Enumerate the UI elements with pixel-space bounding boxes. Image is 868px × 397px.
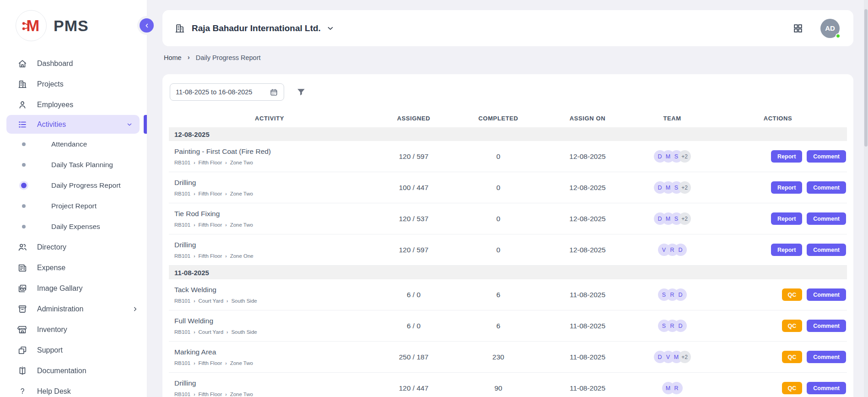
comment-button[interactable]: Comment: [807, 320, 846, 332]
qc-button[interactable]: QC: [782, 382, 803, 394]
report-button[interactable]: Report: [771, 244, 802, 256]
comment-button[interactable]: Comment: [807, 212, 846, 225]
breadcrumb-home[interactable]: Home: [164, 54, 182, 61]
path-segment: Fifth Floor: [199, 222, 222, 228]
people-icon: [17, 242, 27, 252]
sidebar-item-activities[interactable]: Activities: [6, 115, 140, 134]
page-scrollbar[interactable]: [864, 0, 868, 397]
comment-button[interactable]: Comment: [807, 150, 846, 163]
chevron-down-icon: [126, 121, 133, 128]
report-button[interactable]: Report: [771, 212, 802, 225]
qc-button[interactable]: QC: [782, 288, 803, 301]
sidebar-item-support[interactable]: Support: [0, 340, 147, 360]
sidebar-item-expense[interactable]: Expense: [0, 257, 147, 278]
home-icon: [17, 59, 27, 69]
path-segment: Court Yard: [199, 329, 224, 335]
activity-location-path: RB101›Fifth Floor›Zone Two: [174, 191, 370, 196]
sidebar-item-administration[interactable]: Administration: [0, 299, 147, 319]
sidebar-subitem-attendance[interactable]: Attendance: [0, 134, 147, 154]
date-group-row: 11-08-2025: [169, 266, 847, 279]
building-icon: [174, 23, 185, 34]
column-header-assign-on: ASSIGN ON: [539, 115, 636, 122]
activity-title: Tie Rod Fixing: [174, 210, 370, 218]
team-cell: SRD: [636, 288, 709, 301]
building-icon: [17, 79, 27, 89]
sidebar-subitem-daily-expenses[interactable]: Daily Expenses: [0, 216, 147, 237]
scrollbar-thumb[interactable]: [864, 9, 868, 147]
comment-button[interactable]: Comment: [807, 288, 846, 301]
path-segment: RB101: [174, 253, 190, 259]
sidebar-subitem-label: Daily Task Planning: [51, 161, 113, 169]
path-separator-icon: ›: [194, 392, 195, 397]
path-segment: RB101: [174, 392, 190, 397]
sidebar-item-label: Documentation: [37, 367, 139, 375]
sidebar-item-employees[interactable]: Employees: [0, 94, 147, 115]
team-cell: SRD: [636, 320, 709, 332]
apps-grid-icon[interactable]: [793, 23, 803, 33]
table-row: Tack WeldingRB101›Court Yard›South Side6…: [169, 279, 847, 310]
table-row: Tie Rod FixingRB101›Fifth Floor›Zone Two…: [169, 203, 847, 234]
sidebar-subitem-daily-task-planning[interactable]: Daily Task Planning: [0, 154, 147, 175]
sidebar-subitem-daily-progress-report[interactable]: Daily Progress Report: [0, 175, 147, 196]
comment-button[interactable]: Comment: [807, 382, 846, 394]
team-extra-count[interactable]: +2: [679, 150, 691, 163]
path-segment: Zone Two: [230, 160, 253, 165]
chevron-right-icon: [131, 305, 139, 313]
sidebar-item-documentation[interactable]: Documentation: [0, 360, 147, 381]
path-segment: RB101: [174, 160, 190, 165]
sidebar-subitem-project-report[interactable]: Project Report: [0, 196, 147, 216]
filter-funnel-icon[interactable]: [296, 87, 306, 97]
company-selector[interactable]: Raja Bahadur International Ltd.: [174, 23, 334, 34]
sidebar-item-image-gallary[interactable]: Image Gallary: [0, 278, 147, 299]
report-button[interactable]: Report: [771, 150, 802, 163]
bullet-dot-icon: [22, 142, 26, 146]
sidebar-item-dashboard[interactable]: Dashboard: [0, 53, 147, 74]
path-separator-icon: ›: [225, 223, 226, 228]
path-segment: RB101: [174, 329, 190, 335]
team-member-avatar[interactable]: R: [670, 382, 683, 394]
team-extra-count[interactable]: +2: [679, 351, 691, 363]
bullet-dot-icon: [22, 163, 26, 167]
report-button[interactable]: Report: [771, 181, 802, 194]
team-member-avatar[interactable]: D: [674, 320, 687, 332]
comment-button[interactable]: Comment: [807, 351, 846, 363]
breadcrumb-current: Daily Progress Report: [196, 54, 261, 61]
path-segment: Fifth Floor: [199, 191, 222, 196]
date-range-input[interactable]: 11-08-2025 to 16-08-2025: [170, 83, 284, 101]
assigned-cell: 100 / 447: [370, 184, 457, 192]
path-segment: RB101: [174, 360, 190, 366]
sidebar-item-help-desk[interactable]: ? Help Desk: [0, 381, 147, 397]
path-separator-icon: ›: [194, 160, 195, 165]
date-range-value: 11-08-2025 to 16-08-2025: [176, 88, 252, 96]
activity-cell: Painting - First Coat (Fire Red)RB101›Fi…: [169, 147, 370, 165]
column-header-actions: ACTIONS: [709, 115, 847, 122]
activity-title: Painting - First Coat (Fire Red): [174, 147, 370, 156]
team-member-avatar[interactable]: D: [674, 244, 687, 256]
sidebar-item-projects[interactable]: Projects: [0, 74, 147, 94]
qc-button[interactable]: QC: [782, 351, 803, 363]
sidebar-item-directory[interactable]: Directory: [0, 237, 147, 257]
sidebar-item-label: Activities: [37, 120, 126, 129]
path-segment: Zone Two: [230, 392, 253, 397]
completed-cell: 0: [457, 246, 539, 254]
activity-cell: Marking AreaRB101›Fifth Floor›Zone Two: [169, 348, 370, 366]
path-separator-icon: ›: [194, 254, 195, 259]
actions-cell: ReportComment: [709, 212, 847, 225]
header-actions: AD: [793, 19, 840, 38]
sidebar-item-inventory[interactable]: Inventory: [0, 319, 147, 340]
comment-button[interactable]: Comment: [807, 181, 846, 194]
sidebar-collapse-button[interactable]: [140, 18, 154, 33]
team-extra-count[interactable]: +2: [679, 212, 691, 225]
team-cell: DVM+2: [636, 351, 709, 363]
user-avatar[interactable]: AD: [820, 19, 840, 38]
sidebar-item-label: Inventory: [37, 326, 139, 334]
actions-cell: QCComment: [709, 320, 847, 332]
qc-button[interactable]: QC: [782, 320, 803, 332]
main-area: Raja Bahadur International Ltd. AD: [147, 0, 868, 397]
team-member-avatar[interactable]: D: [674, 288, 687, 301]
column-header-completed: COMPLETED: [457, 115, 539, 122]
team-extra-count[interactable]: +2: [679, 181, 691, 194]
path-segment: South Side: [231, 298, 257, 304]
comment-button[interactable]: Comment: [807, 244, 846, 256]
activity-location-path: RB101›Court Yard›South Side: [174, 329, 370, 335]
